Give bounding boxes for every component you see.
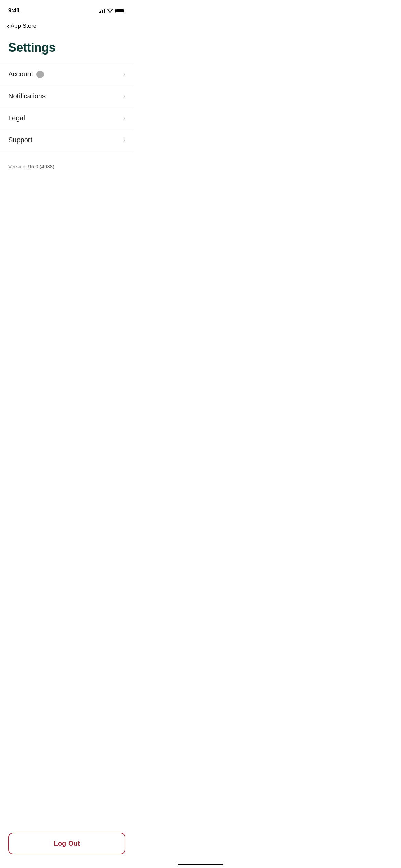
- wifi-icon: [107, 8, 113, 13]
- legal-label: Legal: [8, 114, 25, 122]
- status-bar: 9:41: [0, 0, 134, 19]
- account-chevron-icon: ›: [123, 71, 125, 78]
- legal-menu-item[interactable]: Legal ›: [0, 107, 134, 129]
- support-menu-item[interactable]: Support ›: [0, 129, 134, 151]
- back-label: App Store: [11, 23, 37, 29]
- status-time: 9:41: [8, 7, 20, 14]
- notifications-menu-item[interactable]: Notifications ›: [0, 85, 134, 107]
- main-content: Settings Account › Notifications › Legal…: [0, 32, 134, 303]
- back-button[interactable]: ‹ App Store: [7, 21, 36, 31]
- account-notification-dot: [36, 71, 44, 78]
- menu-list: Account › Notifications › Legal › Suppor…: [0, 58, 134, 157]
- account-menu-item[interactable]: Account ›: [0, 63, 134, 85]
- page-title: Settings: [0, 32, 134, 58]
- support-chevron-icon: ›: [123, 136, 125, 144]
- account-label: Account: [8, 70, 33, 78]
- version-text: Version: 95.0 (4988): [0, 157, 134, 176]
- support-label: Support: [8, 136, 32, 144]
- status-icons: [99, 8, 125, 13]
- legal-chevron-icon: ›: [123, 114, 125, 122]
- back-chevron-icon: ‹: [7, 23, 9, 29]
- battery-icon: [115, 9, 125, 13]
- notifications-label: Notifications: [8, 92, 46, 100]
- nav-bar: ‹ App Store: [0, 19, 134, 32]
- notifications-chevron-icon: ›: [123, 93, 125, 100]
- signal-icon: [99, 9, 105, 13]
